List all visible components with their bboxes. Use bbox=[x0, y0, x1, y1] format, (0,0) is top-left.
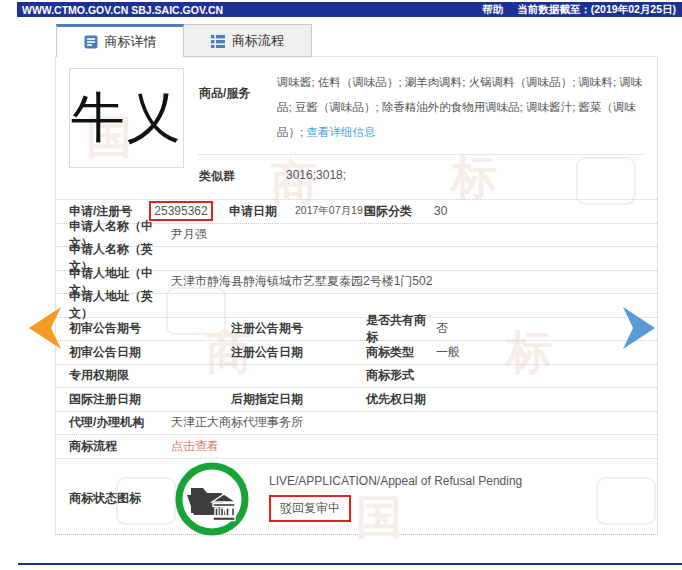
status-text-en: LIVE/APPLICATION/Appeal of Refusal Pendi… bbox=[269, 474, 522, 488]
agent-label: 代理/办理机构 bbox=[69, 414, 171, 431]
agent-value: 天津正大商标代理事务所 bbox=[171, 414, 303, 431]
reg-gazette-date-label: 注册公告日期 bbox=[231, 344, 366, 361]
tab-bar: 商标详情 商标流程 bbox=[56, 24, 312, 57]
goods-services-text: 调味酱; 佐料（调味品）; 涮羊肉调料; 火锅调料（调味品）; 调味料; 调味品… bbox=[277, 68, 644, 145]
similar-group-value: 3016;3018; bbox=[286, 168, 346, 185]
shared-mark-label: 是否共有商标 bbox=[366, 312, 436, 346]
status-label: 商标状态图标 bbox=[69, 490, 171, 507]
first-gazette-date-label: 初审公告日期 bbox=[69, 344, 231, 361]
first-gazette-date-row: 初审公告日期 注册公告日期 商标类型 一般 bbox=[56, 340, 657, 364]
first-gazette-no-label: 初审公告期号 bbox=[69, 320, 231, 337]
exclusive-right-period-row: 专用权期限 商标形式 bbox=[56, 364, 657, 388]
applicant-address-en-row: 申请人地址（英文） bbox=[56, 293, 657, 317]
intl-class-value: 30 bbox=[434, 204, 447, 218]
goods-services-row: 商品/服务 调味酱; 佐料（调味品）; 涮羊肉调料; 火锅调料（调味品）; 调味… bbox=[199, 68, 644, 155]
folder-bank-icon bbox=[171, 458, 253, 540]
applicant-address-cn-value: 天津市静海县静海镇城市艺墅夏泰园2号楼1门502 bbox=[171, 273, 432, 290]
tab-trademark-detail-label: 商标详情 bbox=[105, 33, 157, 51]
similar-group-label: 类似群 bbox=[199, 168, 286, 185]
mark-type-value: 一般 bbox=[436, 344, 460, 361]
intl-class-label: 国际分类 bbox=[364, 203, 434, 220]
later-designation-date-label: 后期指定日期 bbox=[231, 391, 366, 408]
chevron-right-icon[interactable] bbox=[622, 306, 656, 350]
tab-trademark-process[interactable]: 商标流程 bbox=[184, 24, 312, 57]
applicant-address-en-label: 申请人地址（英文） bbox=[69, 288, 171, 322]
intl-reg-date-row: 国际注册日期 后期指定日期 优先权日期 bbox=[56, 387, 657, 411]
document-icon bbox=[84, 35, 98, 49]
field-rows: 申请/注册号 25395362 申请日期 2017年07月19日 国际分类 30… bbox=[56, 199, 657, 538]
chevron-left-icon[interactable] bbox=[28, 306, 62, 350]
help-link[interactable]: 帮助 bbox=[482, 3, 503, 17]
process-label: 商标流程 bbox=[69, 438, 171, 455]
process-row: 商标流程 点击查看 bbox=[56, 434, 657, 458]
tab-trademark-detail[interactable]: 商标详情 bbox=[56, 24, 184, 57]
trademark-image: 牛乂 bbox=[69, 68, 184, 168]
top-url-bar: WWW.CTMO.GOV.CN SBJ.SAIC.GOV.CN 帮助 当前数据截… bbox=[17, 2, 682, 17]
tab-trademark-process-label: 商标流程 bbox=[232, 32, 284, 50]
reg-gazette-no-label: 注册公告期号 bbox=[231, 320, 366, 337]
mark-type-label: 商标类型 bbox=[366, 344, 436, 361]
application-date-value: 2017年07月19日 bbox=[295, 204, 364, 218]
site-urls: WWW.CTMO.GOV.CN SBJ.SAIC.GOV.CN bbox=[22, 4, 223, 16]
status-row: 商标状态图标 LIVE/APPLI bbox=[56, 458, 657, 538]
priority-date-label: 优先权日期 bbox=[366, 391, 436, 408]
goods-services-label: 商品/服务 bbox=[199, 68, 277, 145]
intl-reg-date-label: 国际注册日期 bbox=[69, 391, 231, 408]
exclusive-right-period-label: 专用权期限 bbox=[69, 367, 231, 384]
bottom-divider bbox=[18, 563, 682, 565]
view-detail-link[interactable]: 查看详细信息 bbox=[306, 126, 375, 138]
similar-group-row: 类似群 3016;3018; bbox=[199, 155, 644, 185]
trademark-detail-panel: 国 商 标 商 标 国 牛乂 商品/服务 调味酱; 佐料（调味品）; 涮羊肉调料… bbox=[55, 56, 658, 535]
first-gazette-no-row: 初审公告期号 注册公告期号 是否共有商标 否 bbox=[56, 317, 657, 341]
list-icon bbox=[211, 34, 225, 48]
applicant-name-cn-value: 尹月强 bbox=[171, 226, 207, 243]
agent-row: 代理/办理机构 天津正大商标代理事务所 bbox=[56, 411, 657, 435]
application-date-label: 申请日期 bbox=[229, 203, 295, 220]
trademark-text: 牛乂 bbox=[71, 82, 183, 155]
shared-mark-value: 否 bbox=[436, 320, 448, 337]
process-view-link[interactable]: 点击查看 bbox=[171, 438, 219, 455]
mark-form-label: 商标形式 bbox=[366, 367, 436, 384]
status-text-cn: 驳回复审中 bbox=[269, 495, 351, 522]
data-cutoff-date: 当前数据截至：(2019年02月25日) bbox=[517, 3, 676, 17]
trademark-summary-section: 牛乂 商品/服务 调味酱; 佐料（调味品）; 涮羊肉调料; 火锅调料（调味品）;… bbox=[56, 57, 657, 185]
